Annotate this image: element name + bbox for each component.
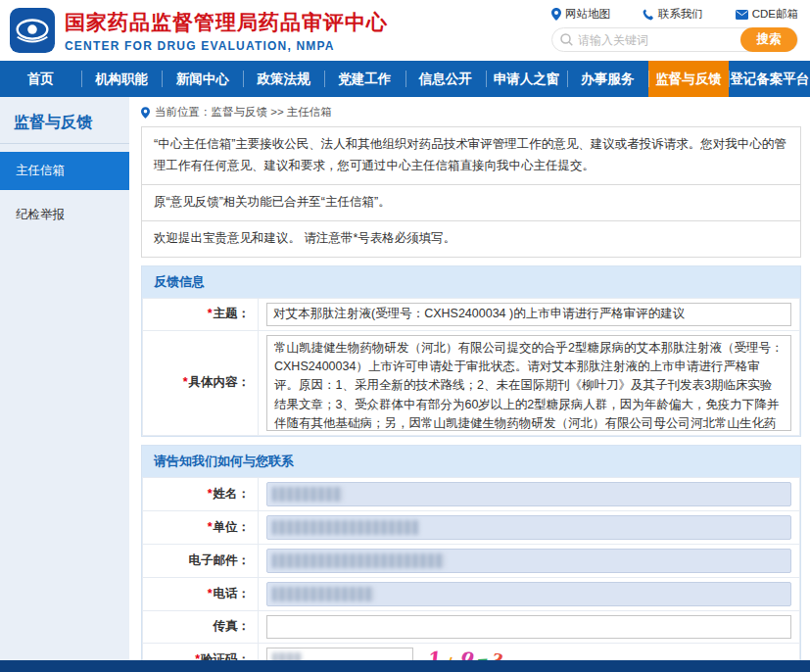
- feedback-form-table: *主题： *具体内容： 常山凯捷健生物药物研发（河北）有限公司提交的合乎2型糖尿…: [142, 298, 800, 436]
- breadcrumb-text: 当前位置：监督与反馈 >> 主任信箱: [155, 105, 332, 120]
- sidebar-title: 监督与反馈: [0, 97, 129, 144]
- intro-row-3: 欢迎提出宝贵意见和建议。 请注意带*号表格必须填写。: [142, 221, 800, 257]
- nav-item-applicant-window[interactable]: 申请人之窗: [486, 61, 567, 97]
- phone-input[interactable]: [266, 582, 791, 606]
- contact-link[interactable]: 联系我们: [643, 7, 703, 22]
- content-area: 当前位置：监督与反馈 >> 主任信箱 “中心主任信箱”主要接收公民、法人和其他组…: [129, 97, 810, 660]
- captcha-label: 验证码：: [201, 652, 250, 661]
- main-nav: 首页 机构职能 新闻中心 政策法规 党建工作 信息公开 申请人之窗 办事服务 监…: [0, 61, 810, 97]
- email-input[interactable]: [266, 549, 791, 573]
- required-mark: *: [208, 520, 213, 534]
- name-value-cell: [259, 477, 800, 510]
- redacted-value: [272, 652, 302, 660]
- phone-value-cell: [259, 577, 800, 610]
- fax-input[interactable]: [266, 615, 791, 639]
- captcha-image[interactable]: 1 + 9 = ?: [426, 648, 500, 660]
- map-pin-icon: [551, 8, 561, 21]
- mail-icon: [736, 10, 748, 20]
- phone-label-cell: *电话：: [143, 577, 259, 610]
- subject-value-cell: [259, 298, 800, 330]
- name-label: 姓名：: [214, 487, 251, 501]
- subject-label: 主题：: [214, 307, 251, 320]
- intro-box: “中心主任信箱”主要接收公民、法人和其他组织对药品技术审评管理工作的意见、建议或…: [141, 126, 801, 258]
- nav-item-supervision-feedback[interactable]: 监督与反馈: [648, 61, 730, 97]
- redacted-value: [272, 587, 374, 601]
- email-label-cell: 电子邮件：: [143, 544, 259, 577]
- subject-input[interactable]: [266, 303, 791, 326]
- contact-section: 请告知我们如何与您联系 *姓名： *单位：: [141, 445, 801, 661]
- fax-label: 传真：: [214, 619, 251, 633]
- required-mark: *: [195, 652, 200, 661]
- required-mark: *: [183, 375, 188, 389]
- fax-value-cell: [259, 610, 800, 643]
- nav-item-registration-platform[interactable]: 登记备案平台: [729, 61, 810, 97]
- intro-row-1: “中心主任信箱”主要接收公民、法人和其他组织对药品技术审评管理工作的意见、建议或…: [142, 127, 800, 185]
- site-title: 国家药品监督管理局药品审评中心: [65, 9, 388, 36]
- phone-row: *电话：: [143, 577, 800, 610]
- search-icon: [560, 33, 573, 46]
- quick-links: 网站地图 联系我们 CDE邮箱: [551, 7, 798, 22]
- email-label: 电子邮件：: [189, 553, 251, 567]
- content-label-cell: *具体内容：: [143, 330, 259, 435]
- name-input[interactable]: [266, 482, 791, 506]
- nav-item-news[interactable]: 新闻中心: [162, 61, 243, 97]
- required-mark: *: [208, 307, 213, 320]
- name-label-cell: *姓名：: [143, 477, 259, 510]
- site-subtitle: CENTER FOR DRUG EVALUATION, NMPA: [65, 39, 388, 53]
- nav-item-policy[interactable]: 政策法规: [243, 61, 324, 97]
- captcha-char: ?: [489, 648, 502, 660]
- site-title-block: 国家药品监督管理局药品审评中心 CENTER FOR DRUG EVALUATI…: [65, 9, 388, 53]
- required-mark: *: [208, 487, 213, 501]
- contact-link-label: 联系我们: [658, 7, 703, 22]
- captcha-row: *验证码： 1 + 9 = ?: [143, 643, 800, 660]
- nav-item-info-disclosure[interactable]: 信息公开: [405, 61, 487, 97]
- captcha-value-cell: 1 + 9 = ?: [259, 643, 800, 660]
- name-row: *姓名：: [143, 477, 800, 510]
- nav-item-home[interactable]: 首页: [0, 61, 81, 97]
- sidebar-item-director-mailbox[interactable]: 主任信箱: [0, 152, 129, 190]
- contact-section-title: 请告知我们如何与您联系: [142, 446, 800, 477]
- nav-item-services[interactable]: 办事服务: [567, 61, 648, 97]
- feedback-section: 反馈信息 *主题： *具体内容： 常山凯捷健生物药物研发（河北）有限公司提交的合: [141, 265, 801, 437]
- redacted-value: [272, 520, 419, 535]
- search-input[interactable]: [578, 33, 740, 47]
- breadcrumb: 当前位置：监督与反馈 >> 主任信箱: [141, 97, 801, 126]
- sidebar-item-discipline-report[interactable]: 纪检举报: [0, 196, 129, 234]
- sitemap-link[interactable]: 网站地图: [551, 7, 610, 22]
- nav-item-party[interactable]: 党建工作: [324, 61, 405, 97]
- content-row: *具体内容： 常山凯捷健生物药物研发（河北）有限公司提交的合乎2型糖尿病的艾本那…: [143, 330, 800, 435]
- captcha-char: 1: [425, 647, 442, 660]
- fax-row: 传真：: [143, 610, 800, 643]
- sidebar: 监督与反馈 主任信箱 纪检举报: [0, 97, 129, 660]
- cde-mail-link[interactable]: CDE邮箱: [736, 7, 798, 22]
- content-label: 具体内容：: [189, 375, 251, 389]
- intro-row-2: 原“意见反馈”相关功能已合并至“主任信箱”。: [142, 185, 800, 221]
- cde-mail-link-label: CDE邮箱: [752, 7, 798, 22]
- search-bar: 搜索: [551, 27, 798, 52]
- site-header: 国家药品监督管理局药品审评中心 CENTER FOR DRUG EVALUATI…: [0, 0, 810, 61]
- nav-item-functions[interactable]: 机构职能: [81, 61, 163, 97]
- organization-label: 单位：: [214, 520, 251, 534]
- page-footer: [0, 660, 810, 672]
- captcha-char: 9: [457, 647, 474, 660]
- search-button[interactable]: 搜索: [740, 27, 797, 52]
- organization-input[interactable]: [266, 515, 791, 540]
- content-textarea[interactable]: 常山凯捷健生物药物研发（河北）有限公司提交的合乎2型糖尿病的艾本那肽注射液（受理…: [266, 335, 791, 431]
- feedback-section-title: 反馈信息: [142, 266, 800, 298]
- captcha-label-cell: *验证码：: [143, 643, 259, 660]
- cde-logo: [10, 8, 55, 53]
- subject-label-cell: *主题：: [143, 298, 259, 330]
- main-area: 监督与反馈 主任信箱 纪检举报 当前位置：监督与反馈 >> 主任信箱 “中心主任…: [0, 97, 810, 660]
- phone-icon: [643, 9, 654, 21]
- captcha-input[interactable]: [266, 648, 413, 661]
- content-value-cell: 常山凯捷健生物药物研发（河北）有限公司提交的合乎2型糖尿病的艾本那肽注射液（受理…: [259, 330, 800, 435]
- organization-value-cell: [259, 510, 800, 544]
- organization-row: *单位：: [143, 510, 800, 544]
- sitemap-link-label: 网站地图: [565, 7, 610, 22]
- organization-label-cell: *单位：: [143, 510, 259, 544]
- email-row: 电子邮件：: [143, 544, 800, 577]
- cde-logo-icon: [10, 8, 55, 53]
- phone-label: 电话：: [214, 587, 251, 600]
- email-value-cell: [259, 544, 800, 577]
- header-right: 网站地图 联系我们 CDE邮箱 搜索: [551, 7, 798, 52]
